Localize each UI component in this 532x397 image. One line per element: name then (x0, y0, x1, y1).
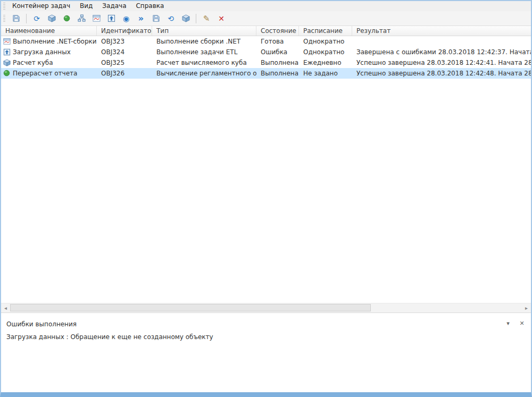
save-button[interactable] (10, 13, 22, 24)
menu-task-container[interactable]: Контейнер задач (7, 1, 75, 11)
etl-task-button[interactable] (105, 13, 118, 24)
task-type: Выполнение задачи ETL (152, 47, 256, 57)
close-icon[interactable]: ✕ (518, 319, 526, 327)
task-id: OBJ325 (97, 57, 152, 68)
cube-icon (48, 14, 56, 22)
cube-task-icon (3, 59, 11, 66)
window-wave-icon (93, 14, 101, 22)
task-id: OBJ326 (97, 68, 152, 79)
menu-help[interactable]: Справка (131, 1, 169, 11)
column-header-id[interactable]: Идентификатор (97, 26, 152, 36)
net-task-button[interactable] (90, 13, 103, 24)
table-header: Наименование Идентификатор Тип Состояние… (1, 26, 531, 36)
edit-task-button[interactable]: ✎ (200, 13, 213, 24)
toolbar-grip (3, 15, 5, 22)
error-panel: Ошибки выполнения ▾ ✕ Загрузка данных : … (1, 317, 531, 392)
table-row-selected[interactable]: Перерасчет отчета OBJ326 Вычисление регл… (1, 68, 531, 79)
green-sphere-icon (63, 15, 70, 22)
cube-task-button[interactable] (45, 13, 58, 24)
floppy-icon (12, 14, 20, 22)
column-header-type[interactable]: Тип (152, 26, 256, 36)
process-cube-button[interactable] (179, 13, 192, 24)
task-result: Успешно завершена 28.03.2018 12:42:48. Н… (352, 68, 531, 79)
task-name: Расчет куба (13, 57, 53, 68)
refresh-button[interactable]: ⟳ (30, 13, 43, 24)
report-task-button[interactable] (60, 13, 73, 24)
refresh-state-button[interactable]: ⟲ (164, 13, 177, 24)
task-schedule: Не задано (299, 68, 352, 79)
task-name: Загрузка данных (13, 47, 71, 57)
error-message: Загрузка данных : Обращение к еще не соз… (6, 333, 526, 341)
chevron-down-icon[interactable]: ▾ (504, 319, 512, 327)
task-name: Выполнение .NET-сборки (13, 36, 97, 47)
task-state: Ошибка (256, 47, 299, 57)
column-header-state[interactable]: Состояние (256, 26, 299, 36)
task-type: Расчет вычисляемого куба (152, 57, 256, 68)
table-row[interactable]: Расчет куба OBJ325 Расчет вычисляемого к… (1, 57, 531, 68)
task-schedule: Однократно (299, 47, 352, 57)
task-schedule: Однократно (299, 36, 352, 47)
column-header-name[interactable]: Наименование (1, 26, 97, 36)
task-type: Выполнение сборки .NET (152, 36, 256, 47)
toolbar-separator (26, 14, 27, 23)
etl-task-icon (3, 48, 11, 56)
cube-icon (182, 14, 190, 22)
sphere-task-button[interactable]: ◉ (120, 13, 132, 24)
task-id: OBJ323 (97, 36, 152, 47)
toolbar: ⟳ ◉ » ⟲ ✎ ✕ (1, 11, 531, 26)
column-header-result[interactable]: Результат (352, 26, 531, 36)
error-panel-title: Ошибки выполнения (6, 320, 526, 328)
task-schedule: Ежедневно (299, 57, 352, 68)
task-type: Вычисление регламентного отчета (152, 68, 256, 79)
run-task-button[interactable]: » (135, 13, 147, 24)
floppy-icon (152, 14, 160, 22)
delete-task-button[interactable]: ✕ (215, 13, 228, 24)
toolbar-separator (196, 14, 196, 23)
table-row[interactable]: Загрузка данных OBJ324 Выполнение задачи… (1, 47, 531, 57)
hierarchy-task-button[interactable] (75, 13, 88, 24)
table-row[interactable]: Выполнение .NET-сборки OBJ323 Выполнение… (1, 36, 531, 47)
task-state: Выполнена (256, 57, 299, 68)
task-id: OBJ324 (97, 47, 152, 57)
task-result: Завершена с ошибками 28.03.2018 12:42:37… (352, 47, 531, 57)
task-result: Успешно завершена 28.03.2018 12:42:41. Н… (352, 57, 531, 68)
report-task-icon (3, 70, 11, 77)
scroll-right-arrow-icon[interactable]: ▸ (522, 303, 531, 312)
menu-task[interactable]: Задача (97, 1, 131, 11)
upload-box-icon (107, 14, 115, 22)
menu-view[interactable]: Вид (75, 1, 97, 11)
hierarchy-icon (78, 14, 86, 22)
task-name: Перерасчет отчета (13, 68, 77, 79)
scroll-left-arrow-icon[interactable]: ◂ (1, 303, 10, 312)
task-state: Выполнена (256, 68, 299, 79)
save-task-button[interactable] (149, 13, 162, 24)
menu-bar: Контейнер задач Вид Задача Справка (1, 1, 531, 11)
net-task-icon (3, 38, 11, 45)
task-list: Выполнение .NET-сборки OBJ323 Выполнение… (1, 36, 531, 303)
app-window: Контейнер задач Вид Задача Справка ⟳ ◉ » (0, 0, 532, 397)
column-header-schedule[interactable]: Расписание (299, 26, 352, 36)
panel-splitter[interactable] (1, 312, 531, 317)
task-state: Готова (256, 36, 299, 47)
menubar-grip (3, 3, 5, 10)
horizontal-scrollbar[interactable]: ◂ ▸ (1, 303, 531, 312)
scrollbar-thumb[interactable] (10, 304, 371, 311)
